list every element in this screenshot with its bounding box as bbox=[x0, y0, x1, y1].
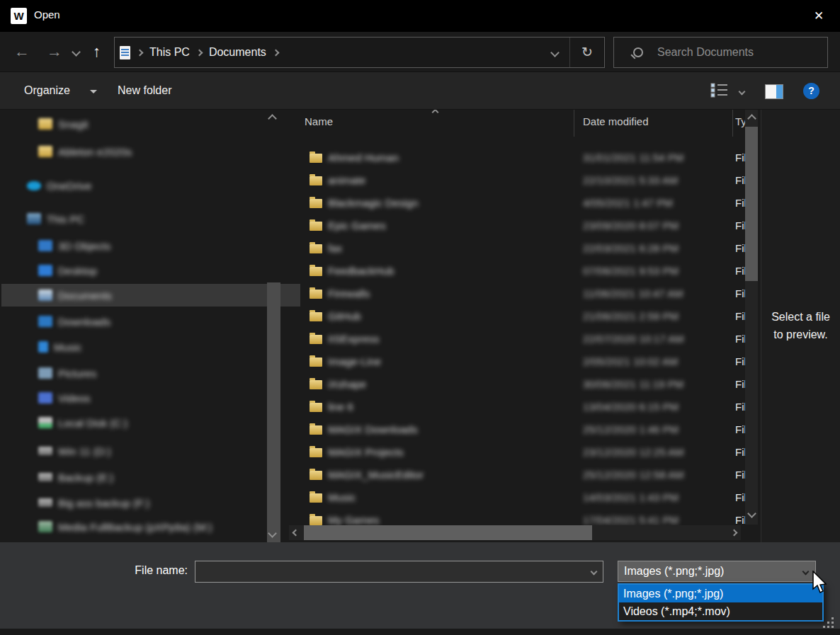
sidebar-item-label: 3D Objects bbox=[58, 240, 110, 252]
column-header-type[interactable]: Type bbox=[735, 115, 745, 127]
disk-drive-c-icon bbox=[38, 417, 52, 428]
file-row[interactable]: fax 22/03/2021 6:28 PM File folder bbox=[289, 238, 745, 261]
folder-icon bbox=[310, 357, 322, 367]
sidebar-item-win-11-d-[interactable]: Win 11 (D:) bbox=[1, 440, 300, 462]
file-row[interactable]: Blackmagic Design 4/05/2021 1:47 PM File… bbox=[289, 193, 745, 215]
help-icon[interactable]: ? bbox=[803, 83, 819, 99]
type-cell: File folder bbox=[735, 514, 745, 526]
file-row[interactable]: animate 22/10/2021 5:33 AM File folder bbox=[289, 170, 745, 193]
back-button[interactable]: ← bbox=[14, 32, 30, 71]
sidebar-item-this-pc[interactable]: This PC bbox=[1, 207, 289, 230]
close-icon[interactable]: ✕ bbox=[809, 6, 829, 26]
folder-icon bbox=[38, 146, 52, 157]
type-cell: File folder bbox=[735, 355, 745, 367]
scroll-left-icon[interactable] bbox=[293, 530, 300, 537]
preview-pane-toggle-icon[interactable] bbox=[765, 84, 783, 99]
file-row[interactable]: Epic Games 23/09/2020 8:07 PM File folde… bbox=[289, 215, 745, 238]
sidebar-item-documents[interactable]: Documents bbox=[1, 284, 300, 307]
column-divider[interactable] bbox=[574, 110, 574, 137]
organize-button[interactable]: Organize bbox=[24, 72, 70, 109]
sidebar-item-big-ass-backup-f-[interactable]: Big ass backup (F:) bbox=[1, 491, 300, 514]
breadcrumb-this-pc[interactable]: This PC bbox=[149, 46, 190, 59]
folder-icon bbox=[310, 312, 322, 321]
file-row[interactable]: GitHub 21/06/2021 2:59 PM File folder bbox=[289, 306, 745, 328]
file-name-label: File name: bbox=[85, 564, 188, 577]
folder-icon bbox=[310, 199, 322, 208]
sidebar-item-pictures[interactable]: Pictures bbox=[1, 362, 300, 384]
details-view-icon[interactable] bbox=[710, 83, 729, 98]
scroll-right-icon[interactable] bbox=[731, 530, 738, 537]
column-header-name[interactable]: Name bbox=[305, 115, 333, 127]
type-cell: File folder bbox=[735, 491, 745, 503]
sidebar-item-ableton-e2020s[interactable]: Ableton e2020s bbox=[1, 140, 300, 163]
file-name-cell: Music bbox=[328, 491, 356, 503]
file-row[interactable]: Firewalls 11/06/2021 10:47 AM File folde… bbox=[289, 283, 745, 306]
view-dropdown-icon[interactable] bbox=[739, 88, 746, 96]
search-input[interactable] bbox=[656, 45, 827, 59]
file-row[interactable]: FeedbackHub 07/06/2021 9:53 PM File fold… bbox=[289, 261, 745, 283]
date-modified-cell: 22/10/2021 5:33 AM bbox=[583, 174, 678, 186]
sidebar-item-videos[interactable]: Videos bbox=[1, 387, 300, 409]
history-dropdown-icon[interactable] bbox=[72, 47, 81, 57]
sidebar-item-label: Music bbox=[54, 341, 81, 353]
sidebar-item-local-disk-c-[interactable]: Local Disk (C:) bbox=[1, 411, 300, 434]
3d-objects-icon bbox=[38, 240, 52, 251]
file-name-combobox[interactable] bbox=[195, 561, 603, 583]
address-bar[interactable]: This PC Documents ↻ bbox=[114, 37, 605, 68]
sidebar-item-backup-e-[interactable]: Backup (E:) bbox=[1, 466, 300, 488]
horizontal-scrollbar-track[interactable] bbox=[289, 525, 741, 540]
sidebar-item-label: Downloads bbox=[58, 316, 110, 328]
file-row[interactable]: MAGIX_MusicEditor 25/12/2020 12:58 AM Fi… bbox=[289, 464, 745, 487]
file-name-cell: fax bbox=[328, 242, 342, 254]
type-cell: File folder bbox=[735, 401, 745, 413]
list-scrollbar-thumb[interactable] bbox=[745, 127, 758, 281]
type-cell: File folder bbox=[735, 197, 745, 209]
sidebar-item-desktop[interactable]: Desktop bbox=[1, 259, 300, 282]
file-row[interactable]: Image-Line 2/05/2021 10:02 AM File folde… bbox=[289, 351, 745, 374]
file-type-combobox[interactable]: Images (*.png;*.jpg) bbox=[618, 561, 816, 582]
file-name-input[interactable] bbox=[198, 563, 587, 582]
open-dialog-window: W Open ✕ ← → ↑ This PC Documents ↻ Organ… bbox=[0, 0, 840, 635]
type-cell: File folder bbox=[735, 378, 745, 390]
sidebar-item-media-fullbackup-pxpp9a-m-[interactable]: Media FullBackup (pXPp9a) (M:) bbox=[1, 515, 300, 538]
new-folder-button[interactable]: New folder bbox=[118, 72, 171, 109]
sidebar-item-label: Documents bbox=[58, 290, 112, 302]
sidebar-item-music[interactable]: Music bbox=[1, 336, 300, 358]
file-type-option[interactable]: Images (*.png;*.jpg) bbox=[619, 585, 822, 602]
address-dropdown-button[interactable] bbox=[540, 38, 569, 67]
refresh-button[interactable]: ↻ bbox=[570, 38, 604, 67]
file-row[interactable]: IISExpress 22/07/2020 10:17 AM File fold… bbox=[289, 328, 745, 351]
date-modified-cell: 14/03/2021 1:43 PM bbox=[583, 491, 679, 503]
sidebar-item-onedrive[interactable]: OneDrive bbox=[1, 174, 289, 197]
navigation-tree: Snagit Ableton e2020s OneDrive This PC 3… bbox=[0, 110, 283, 542]
folder-icon bbox=[310, 493, 322, 503]
type-cell: File folder bbox=[735, 219, 745, 231]
file-row[interactable]: line 6 13/04/2020 6:15 PM File folder bbox=[289, 396, 745, 419]
file-row[interactable]: Ahmed Human 31/01/2021 11:54 PM File fol… bbox=[289, 147, 745, 170]
breadcrumb-documents[interactable]: Documents bbox=[209, 46, 266, 59]
file-row[interactable]: MAGIX Downloads 25/12/2020 1:46 PM File … bbox=[289, 419, 745, 442]
date-modified-cell: 17/04/2021 5:41 PM bbox=[583, 514, 679, 526]
file-row[interactable]: Music 14/03/2021 1:43 PM File folder bbox=[289, 487, 745, 510]
date-modified-cell: 07/06/2021 9:53 PM bbox=[583, 265, 679, 277]
up-button[interactable]: ↑ bbox=[93, 32, 101, 71]
sidebar-item-snagit[interactable]: Snagit bbox=[1, 113, 300, 135]
file-name-cell: MAGIX Projects bbox=[328, 446, 404, 458]
sidebar-item-3d-objects[interactable]: 3D Objects bbox=[1, 234, 300, 257]
sidebar-item-label: Desktop bbox=[58, 265, 97, 277]
dialog-content: Snagit Ableton e2020s OneDrive This PC 3… bbox=[0, 110, 840, 542]
date-modified-cell: 30/06/2021 11:19 PM bbox=[583, 378, 683, 390]
column-divider[interactable] bbox=[732, 110, 733, 137]
file-row[interactable]: iXshape 30/06/2021 11:19 PM File folder bbox=[289, 374, 745, 396]
type-cell: File folder bbox=[735, 333, 745, 345]
date-modified-cell: 31/01/2021 11:54 PM bbox=[583, 151, 683, 164]
breadcrumb-chevron-icon bbox=[195, 49, 203, 56]
date-modified-cell: 13/04/2020 6:15 PM bbox=[583, 401, 679, 413]
sidebar-item-downloads[interactable]: Downloads bbox=[1, 310, 300, 333]
column-header-date-modified[interactable]: Date modified bbox=[583, 115, 649, 127]
file-type-option[interactable]: Videos (*.mp4;*.mov) bbox=[619, 602, 822, 620]
forward-button[interactable]: → bbox=[47, 32, 62, 71]
horizontal-scrollbar-thumb[interactable] bbox=[304, 525, 592, 540]
search-box[interactable] bbox=[613, 37, 828, 68]
file-row[interactable]: MAGIX Projects 23/12/2020 12:25 AM File … bbox=[289, 442, 745, 464]
